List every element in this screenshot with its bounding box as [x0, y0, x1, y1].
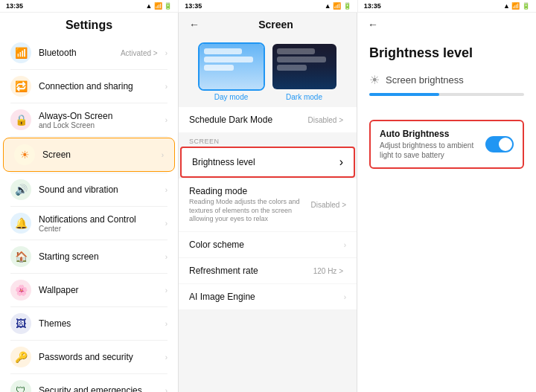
passwords-chevron: ›: [165, 353, 168, 362]
day-mode-preview[interactable]: Day mode: [198, 42, 265, 101]
sun-icon: ☀: [369, 73, 380, 87]
always-on-label: Always-On Screen: [39, 111, 158, 121]
brightness-panel: ← Brightness level ☀ Screen brightness A…: [357, 13, 536, 392]
status-time-1: 13:35: [6, 2, 23, 10]
status-icons-1: ▲ 📶 🔋: [145, 2, 172, 10]
reading-text: Reading mode Reading Mode adjusts the co…: [189, 186, 306, 224]
auto-brightness-box[interactable]: Auto Brightness Adjust brightness to amb…: [369, 120, 524, 169]
dark-mode-preview[interactable]: Dark mode: [271, 42, 338, 101]
schedule-dark-mode-item[interactable]: Schedule Dark Mode Disabled >: [179, 107, 357, 132]
settings-item-connection[interactable]: 🔁 Connection and sharing ›: [0, 70, 178, 103]
screen-panel: ← Screen Day mode: [179, 13, 357, 392]
day-mode-image: [198, 42, 265, 91]
brightness-fill: [369, 93, 439, 96]
auto-brightness-toggle[interactable]: [485, 136, 514, 152]
color-scheme-item[interactable]: Color scheme ›: [179, 232, 357, 257]
settings-item-sound[interactable]: 🔊 Sound and vibration ›: [0, 173, 178, 206]
divider-3: [10, 136, 168, 137]
color-scheme-label: Color scheme: [189, 240, 344, 250]
wallpaper-label: Wallpaper: [39, 285, 158, 295]
status-bar-3: 13:35 ▲ 📶 🔋: [358, 0, 536, 12]
dark-bar-2: [277, 57, 327, 62]
settings-item-wallpaper[interactable]: 🌸 Wallpaper ›: [0, 274, 178, 306]
lock-icon: 🔒: [10, 109, 31, 130]
themes-text: Themes: [39, 318, 158, 329]
dark-mode-image: [271, 42, 338, 91]
settings-item-passwords[interactable]: 🔑 Passwords and security ›: [0, 341, 178, 373]
themes-icon: 🖼: [10, 313, 31, 334]
settings-item-bluetooth[interactable]: 📶 Bluetooth Activated > ›: [0, 36, 178, 69]
connection-icon: 🔁: [10, 76, 31, 97]
notifications-icon: 🔔: [10, 213, 31, 234]
settings-item-always-on[interactable]: 🔒 Always-On Screen and Lock Screen ›: [0, 103, 178, 136]
security-icon: 🛡: [10, 380, 31, 392]
screen-brightness-label: Screen brightness: [386, 74, 464, 86]
sound-icon: 🔊: [10, 179, 31, 200]
dark-bar-3: [277, 65, 307, 71]
settings-item-themes[interactable]: 🖼 Themes ›: [0, 307, 178, 340]
settings-panel: Settings 📶 Bluetooth Activated > › 🔁 Con…: [0, 13, 179, 392]
bluetooth-label: Bluetooth: [39, 48, 113, 58]
reading-desc: Reading Mode adjusts the colors and text…: [189, 198, 306, 224]
themes-chevron: ›: [165, 320, 168, 328]
screen-text: Screen: [42, 150, 154, 160]
connection-chevron: ›: [165, 83, 168, 91]
schedule-label: Schedule Dark Mode: [189, 115, 307, 125]
connection-label: Connection and sharing: [39, 81, 158, 91]
brightness-section: ☀ Screen brightness: [357, 67, 536, 114]
auto-brightness-desc: Adjust brightness to ambient light to sa…: [380, 141, 479, 160]
starting-chevron: ›: [165, 253, 168, 261]
screen-back-button[interactable]: ←: [189, 19, 200, 30]
auto-brightness-text: Auto Brightness Adjust brightness to amb…: [380, 129, 479, 160]
status-time-3: 13:35: [364, 2, 381, 10]
settings-item-screen[interactable]: ☀ Screen ›: [3, 138, 175, 172]
day-mode-label: Day mode: [198, 93, 265, 101]
settings-item-starting-screen[interactable]: 🏠 Starting screen ›: [0, 240, 178, 273]
color-scheme-chevron: ›: [344, 241, 346, 249]
schedule-value: Disabled >: [307, 116, 343, 124]
refresh-rate-item[interactable]: Refreshment rate 120 Hz >: [179, 258, 357, 283]
status-icons-2: ▲ 📶 🔋: [325, 2, 351, 10]
status-bar-2: 13:35 ▲ 📶 🔋: [179, 0, 357, 12]
reading-right: Disabled >: [310, 186, 346, 224]
reading-mode-item[interactable]: Reading mode Reading Mode adjusts the co…: [179, 179, 357, 231]
auto-brightness-title: Auto Brightness: [380, 129, 479, 139]
screen-label: Screen: [42, 150, 154, 160]
themes-label: Themes: [39, 318, 158, 329]
starting-screen-label: Starting screen: [39, 251, 158, 262]
screen-chevron: ›: [162, 151, 164, 159]
day-mode-bg: [200, 44, 264, 89]
ai-image-item[interactable]: AI Image Engine ›: [179, 284, 357, 309]
settings-item-security[interactable]: 🛡 Security and emergencies ›: [0, 374, 178, 392]
passwords-text: Passwords and security: [39, 352, 158, 362]
day-bar-1: [204, 48, 243, 54]
bluetooth-icon: 📶: [10, 42, 31, 63]
screen-brightness-label-row: ☀ Screen brightness: [369, 73, 524, 87]
mode-previews: Day mode Dark mode: [179, 36, 357, 107]
brightness-level-label: Brightness level: [192, 157, 339, 167]
connection-text: Connection and sharing: [39, 81, 158, 91]
notifications-subtitle: Center: [39, 225, 158, 233]
passwords-label: Passwords and security: [39, 352, 158, 362]
security-label: Security and emergencies: [39, 385, 158, 392]
settings-title: Settings: [0, 13, 178, 36]
home-icon: 🏠: [10, 246, 31, 267]
brightness-panel-title: Brightness level: [357, 36, 536, 67]
status-time-2: 13:35: [185, 2, 202, 10]
reading-title: Reading mode: [189, 186, 306, 196]
main-panels: Settings 📶 Bluetooth Activated > › 🔁 Con…: [0, 13, 536, 392]
password-icon: 🔑: [10, 347, 31, 367]
always-on-text: Always-On Screen and Lock Screen: [39, 111, 158, 129]
wallpaper-chevron: ›: [165, 286, 168, 295]
refresh-label: Refreshment rate: [189, 266, 313, 276]
settings-item-notifications[interactable]: 🔔 Notifications and Control Center ›: [0, 207, 178, 240]
ai-image-label: AI Image Engine: [189, 292, 344, 302]
always-on-chevron: ›: [165, 116, 168, 124]
brightness-level-item[interactable]: Brightness level ›: [180, 147, 355, 178]
security-text: Security and emergencies: [39, 385, 158, 392]
dark-mode-bg: [272, 44, 336, 89]
always-on-sublabel: and Lock Screen: [39, 121, 158, 129]
brightness-slider[interactable]: [369, 93, 524, 96]
brightness-back-button[interactable]: ←: [368, 19, 378, 30]
notifications-text: Notifications and Control Center: [39, 214, 158, 233]
